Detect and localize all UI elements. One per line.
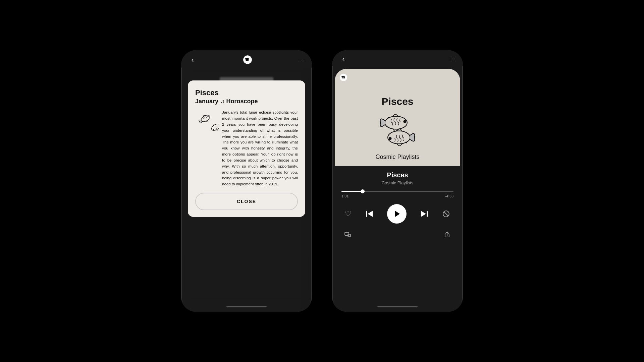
progress-bar-bg[interactable] — [341, 191, 453, 192]
svg-rect-13 — [427, 211, 428, 217]
left-phone-screen: Pisces January ♫ Horoscope — [184, 70, 309, 299]
back-button-left[interactable]: ‹ — [188, 56, 197, 64]
horoscope-body-text: January's total lunar eclipse spotlights… — [222, 110, 298, 187]
phones-container: ‹ ··· Pisces — [181, 50, 463, 312]
right-phone-screen: Pisces — [335, 69, 460, 299]
left-phone-bottom — [181, 302, 312, 312]
album-art-section: Pisces — [335, 69, 460, 166]
svg-point-6 — [385, 116, 407, 129]
svg-point-9 — [389, 137, 392, 140]
time-remaining: -4:33 — [445, 194, 453, 198]
time-current: 1:01 — [341, 194, 348, 198]
svg-point-2 — [207, 116, 209, 117]
home-indicator-left — [226, 306, 267, 307]
horoscope-title: Pisces — [195, 88, 298, 97]
playback-controls: ♡ — [341, 201, 453, 226]
progress-container[interactable]: 1:01 -4:33 — [341, 191, 453, 198]
bottom-icons — [341, 231, 453, 240]
menu-dots-right[interactable]: ··· — [449, 55, 456, 62]
horoscope-subtitle: January ♫ Horoscope — [195, 98, 298, 105]
right-phone-topbar: ‹ ··· — [332, 50, 463, 66]
progress-bar-fill — [341, 191, 363, 192]
progress-knob — [361, 189, 365, 193]
svg-marker-14 — [421, 211, 426, 217]
progress-times: 1:01 -4:33 — [341, 194, 453, 198]
skip-prev-button[interactable] — [365, 209, 374, 219]
close-button[interactable]: CLOSE — [195, 193, 298, 210]
home-indicator-right — [377, 306, 418, 307]
block-button[interactable] — [442, 210, 450, 218]
album-title: Pisces — [381, 96, 413, 107]
svg-point-4 — [212, 129, 214, 130]
right-phone: ‹ ··· Pisces — [332, 50, 463, 312]
back-button-right[interactable]: ‹ — [339, 55, 348, 63]
horoscope-modal: Pisces January ♫ Horoscope — [188, 80, 305, 217]
left-phone-topbar: ‹ ··· — [181, 50, 312, 68]
spotify-logo-left — [243, 55, 252, 64]
menu-dots-left[interactable]: ··· — [298, 56, 305, 63]
skip-next-button[interactable] — [420, 209, 429, 219]
right-phone-inner: Pisces — [335, 69, 460, 299]
left-phone: ‹ ··· Pisces — [181, 50, 312, 312]
svg-marker-11 — [368, 211, 373, 217]
track-name: Pisces — [341, 171, 453, 179]
svg-point-7 — [404, 120, 407, 123]
share-button[interactable] — [443, 231, 451, 240]
svg-line-16 — [444, 212, 448, 216]
album-subtitle: Cosmic Playlists — [375, 154, 419, 161]
track-album: Cosmic Playlists — [341, 180, 453, 185]
devices-button[interactable] — [344, 231, 352, 240]
pisces-fish-large-icon — [374, 110, 421, 150]
horoscope-content-row: January's total lunar eclipse spotlights… — [195, 110, 298, 187]
svg-point-8 — [388, 131, 410, 144]
like-button[interactable]: ♡ — [345, 209, 352, 218]
svg-rect-10 — [366, 211, 367, 217]
spotify-logo-album — [339, 73, 347, 81]
right-phone-bottom — [332, 302, 463, 312]
svg-marker-12 — [395, 211, 400, 217]
play-pause-button[interactable] — [387, 204, 407, 224]
now-playing-section: Pisces Cosmic Playlists 1:01 -4:33 — [335, 166, 460, 299]
pisces-fish-small-icon — [195, 110, 219, 133]
svg-rect-17 — [345, 232, 349, 235]
left-phone-inner: Pisces January ♫ Horoscope — [184, 70, 309, 299]
